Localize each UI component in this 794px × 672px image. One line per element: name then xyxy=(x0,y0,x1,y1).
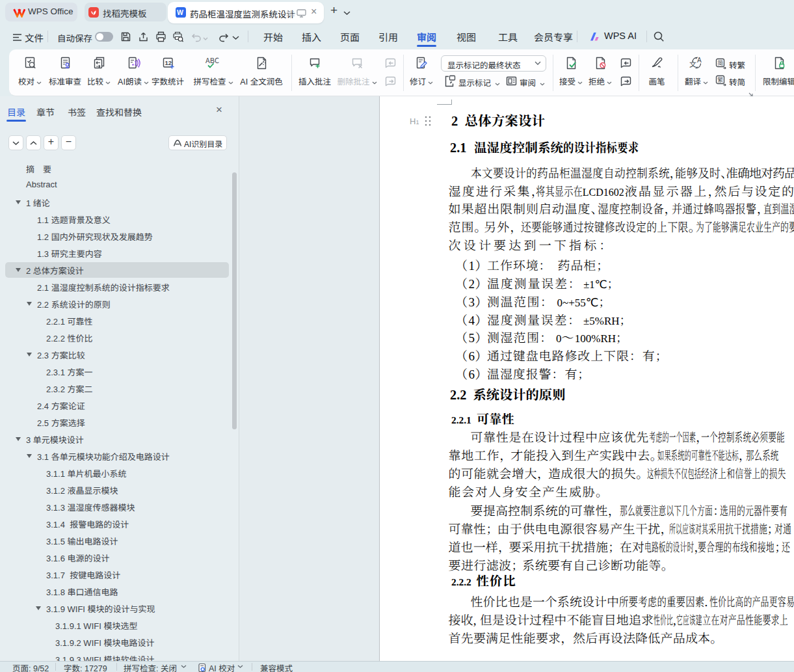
svg-text:W: W xyxy=(177,8,183,16)
svg-text:ABC: ABC xyxy=(205,56,219,65)
svg-text:12: 12 xyxy=(165,59,172,66)
svg-text:繁: 繁 xyxy=(717,75,723,84)
svg-text:简: 简 xyxy=(717,59,723,67)
svg-text:A: A xyxy=(697,57,702,64)
